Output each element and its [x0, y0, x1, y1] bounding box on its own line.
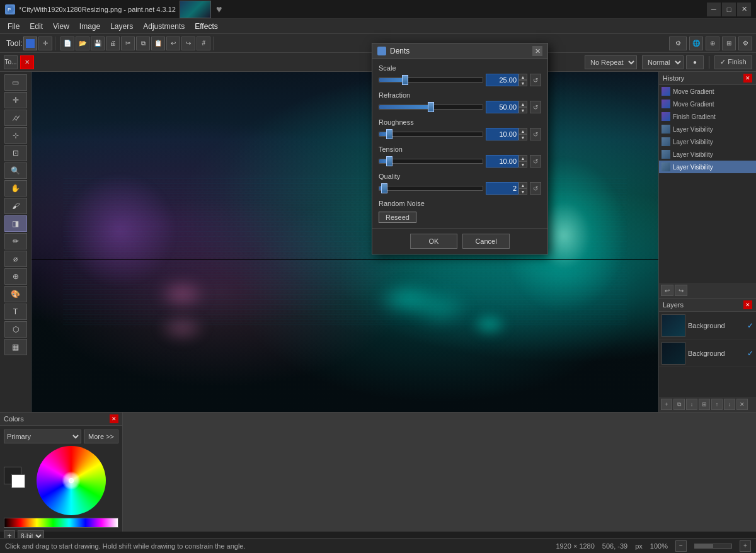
- tool-move[interactable]: ✛: [4, 92, 27, 108]
- layer-delete-btn[interactable]: ✕: [736, 399, 748, 410]
- layer-copy-btn[interactable]: ⧉: [673, 399, 685, 410]
- toolbar-config-btn[interactable]: ⊞: [722, 37, 736, 50]
- history-close-btn[interactable]: ✕: [743, 74, 752, 83]
- redo-button[interactable]: ↪: [675, 285, 687, 296]
- menu-file[interactable]: File: [3, 21, 25, 32]
- secondary-swatch[interactable]: [11, 474, 25, 488]
- toolbar-new-btn[interactable]: 📄: [60, 37, 74, 50]
- roughness-up-btn[interactable]: ▲: [518, 128, 527, 134]
- tool-lasso[interactable]: ⌭: [4, 110, 27, 126]
- toolbar-print-btn[interactable]: 🖨: [106, 37, 120, 50]
- layer-item-2[interactable]: Background ✓: [659, 339, 756, 367]
- toolbar-undo-btn[interactable]: ↩: [166, 37, 180, 50]
- tool-pencil[interactable]: ✏: [4, 233, 27, 249]
- menu-view[interactable]: View: [48, 21, 74, 32]
- roughness-reset-btn[interactable]: ↺: [530, 128, 541, 140]
- layer-visible-2[interactable]: ✓: [747, 349, 753, 358]
- history-item-2[interactable]: Move Gradient: [659, 98, 756, 110]
- canvas-area[interactable]: [32, 72, 658, 412]
- quality-reset-btn[interactable]: ↺: [530, 182, 541, 195]
- dents-close-button[interactable]: ✕: [532, 46, 542, 56]
- tension-thumb[interactable]: [386, 156, 392, 166]
- history-item-6[interactable]: Layer Visibility: [659, 148, 756, 161]
- color-wheel[interactable]: [37, 446, 106, 515]
- refraction-down-btn[interactable]: ▼: [518, 107, 527, 113]
- menu-layers[interactable]: Layers: [105, 21, 138, 32]
- refraction-up-btn[interactable]: ▲: [518, 101, 527, 107]
- zoom-out-btn[interactable]: −: [675, 540, 687, 552]
- finish-btn[interactable]: ✓ Finish: [714, 55, 752, 69]
- refraction-input[interactable]: [486, 101, 518, 113]
- toolbar-copy-btn[interactable]: ⧉: [136, 37, 150, 50]
- zoom-slider[interactable]: [694, 544, 732, 549]
- menu-effects[interactable]: Effects: [190, 21, 222, 32]
- layer-add-btn[interactable]: +: [661, 399, 672, 410]
- tool-clone[interactable]: ⊕: [4, 268, 27, 285]
- zoom-in-btn[interactable]: +: [740, 540, 751, 552]
- color-mode-select[interactable]: Primary: [4, 430, 81, 443]
- tension-down-btn[interactable]: ▼: [518, 161, 527, 168]
- tool-eraser[interactable]: ◨: [4, 215, 27, 232]
- roughness-thumb[interactable]: [386, 129, 392, 139]
- brush-size-btn[interactable]: ●: [686, 55, 704, 69]
- tool-rectangle-select[interactable]: ▭: [4, 74, 27, 91]
- tool-magic-wand[interactable]: ⊹: [4, 127, 27, 144]
- color-palette-strip[interactable]: [4, 518, 118, 528]
- layer-merge-btn[interactable]: ↓: [686, 399, 697, 410]
- colors-close-btn[interactable]: ✕: [110, 414, 118, 423]
- toolbar-move-btn[interactable]: ✛: [38, 37, 52, 50]
- tool-pan[interactable]: ✋: [4, 180, 27, 197]
- tension-input[interactable]: [486, 155, 518, 168]
- tool-gradient[interactable]: ▦: [4, 339, 27, 355]
- quality-thumb[interactable]: [381, 183, 387, 193]
- tool-color-picker[interactable]: ⌀: [4, 251, 27, 267]
- roughness-input[interactable]: [486, 128, 518, 140]
- scale-reset-btn[interactable]: ↺: [530, 74, 541, 86]
- toolbar-open-btn[interactable]: 📂: [76, 37, 89, 50]
- history-item-5[interactable]: Layer Visibility: [659, 135, 756, 148]
- layer-visible-1[interactable]: ✓: [747, 321, 753, 330]
- to-label-btn[interactable]: To...: [4, 55, 18, 69]
- ok-button[interactable]: OK: [410, 234, 457, 249]
- toolbar-save-btn[interactable]: 💾: [91, 37, 105, 50]
- scale-track[interactable]: [379, 77, 483, 83]
- blend-mode-select[interactable]: Normal: [642, 55, 684, 69]
- scale-up-btn[interactable]: ▲: [518, 74, 527, 80]
- toolbar-paste-btn[interactable]: 📋: [151, 37, 165, 50]
- scale-thumb[interactable]: [402, 75, 408, 85]
- quality-down-btn[interactable]: ▼: [518, 188, 527, 195]
- roughness-down-btn[interactable]: ▼: [518, 134, 527, 140]
- color-more-button[interactable]: More >>: [84, 430, 118, 443]
- no-repeat-select[interactable]: No Repeat: [585, 55, 637, 69]
- history-item-3[interactable]: Finish Gradient: [659, 110, 756, 123]
- scale-down-btn[interactable]: ▼: [518, 80, 527, 86]
- cancel-button[interactable]: Cancel: [462, 234, 510, 249]
- layer-down-btn[interactable]: ↓: [724, 399, 735, 410]
- toolbar-settings-btn[interactable]: ⚙: [669, 37, 687, 50]
- refraction-reset-btn[interactable]: ↺: [530, 101, 541, 113]
- menu-adjustments[interactable]: Adjustments: [138, 21, 190, 32]
- history-item-4[interactable]: Layer Visibility: [659, 123, 756, 135]
- tension-up-btn[interactable]: ▲: [518, 155, 527, 161]
- menu-image[interactable]: Image: [74, 21, 105, 32]
- undo-button[interactable]: ↩: [661, 285, 673, 296]
- quality-up-btn[interactable]: ▲: [518, 182, 527, 188]
- roughness-track[interactable]: [379, 132, 483, 137]
- quality-track[interactable]: [379, 186, 483, 191]
- tool-paint[interactable]: 🖌: [4, 198, 27, 214]
- toolbar-cut-btn[interactable]: ✂: [121, 37, 135, 50]
- minimize-button[interactable]: ─: [707, 3, 721, 16]
- history-item-7[interactable]: Layer Visibility: [659, 161, 756, 173]
- close-button[interactable]: ✕: [737, 3, 751, 16]
- menu-edit[interactable]: Edit: [25, 21, 48, 32]
- refraction-track[interactable]: [379, 105, 483, 110]
- maximize-button[interactable]: □: [722, 3, 736, 16]
- toolbar-gear-btn[interactable]: ⚙: [738, 37, 752, 50]
- toolbar-online-btn[interactable]: 🌐: [689, 37, 703, 50]
- tension-track[interactable]: [379, 159, 483, 164]
- layers-close-btn[interactable]: ✕: [743, 300, 752, 309]
- tool-shapes[interactable]: ⬡: [4, 321, 27, 338]
- toolbar-extra-btn[interactable]: ⊕: [706, 37, 719, 50]
- tool-text[interactable]: T: [4, 304, 27, 320]
- cancel-tool-btn[interactable]: ✕: [20, 55, 34, 69]
